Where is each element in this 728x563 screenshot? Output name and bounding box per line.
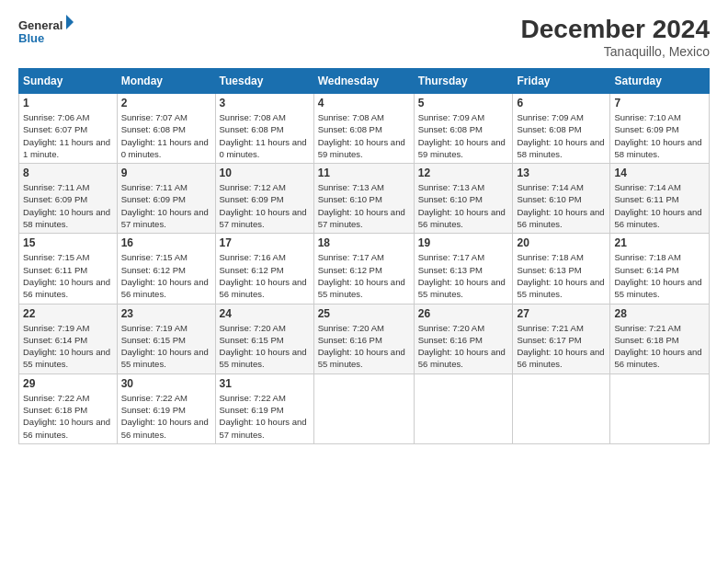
table-row: 24 Sunrise: 7:20 AM Sunset: 6:15 PM Dayl… — [215, 304, 313, 373]
table-row: 29 Sunrise: 7:22 AM Sunset: 6:18 PM Dayl… — [19, 373, 118, 443]
table-row: 27 Sunrise: 7:21 AM Sunset: 6:17 PM Dayl… — [513, 304, 610, 373]
day-number: 4 — [318, 97, 410, 109]
day-number: 11 — [318, 167, 410, 179]
day-number: 20 — [517, 236, 606, 249]
table-row: 20 Sunrise: 7:18 AM Sunset: 6:13 PM Dayl… — [513, 234, 610, 304]
day-number: 27 — [517, 307, 606, 320]
day-info: Sunrise: 7:13 AM Sunset: 6:10 PM Dayligh… — [418, 181, 509, 230]
table-row — [513, 373, 610, 443]
day-info: Sunrise: 7:06 AM Sunset: 6:07 PM Dayligh… — [23, 111, 113, 160]
table-row: 12 Sunrise: 7:13 AM Sunset: 6:10 PM Dayl… — [414, 164, 513, 234]
day-number: 1 — [23, 97, 113, 109]
day-info: Sunrise: 7:11 AM Sunset: 6:09 PM Dayligh… — [121, 181, 211, 230]
day-number: 25 — [318, 307, 410, 320]
day-info: Sunrise: 7:09 AM Sunset: 6:08 PM Dayligh… — [418, 111, 509, 160]
day-number: 29 — [23, 377, 113, 390]
day-number: 24 — [220, 307, 310, 320]
day-number: 16 — [121, 236, 211, 249]
day-number: 17 — [220, 236, 310, 249]
day-number: 2 — [121, 97, 211, 109]
table-row: 3 Sunrise: 7:08 AM Sunset: 6:08 PM Dayli… — [215, 94, 313, 164]
calendar-week-row: 15 Sunrise: 7:15 AM Sunset: 6:11 PM Dayl… — [19, 234, 710, 304]
table-row — [610, 373, 710, 443]
day-info: Sunrise: 7:17 AM Sunset: 6:13 PM Dayligh… — [418, 251, 509, 300]
calendar-table: Sunday Monday Tuesday Wednesday Thursday… — [18, 68, 710, 444]
day-number: 13 — [517, 167, 606, 179]
calendar-week-row: 1 Sunrise: 7:06 AM Sunset: 6:07 PM Dayli… — [19, 94, 710, 164]
table-row: 13 Sunrise: 7:14 AM Sunset: 6:10 PM Dayl… — [513, 164, 610, 234]
table-row: 7 Sunrise: 7:10 AM Sunset: 6:09 PM Dayli… — [610, 94, 710, 164]
day-info: Sunrise: 7:20 AM Sunset: 6:16 PM Dayligh… — [418, 322, 509, 371]
day-info: Sunrise: 7:13 AM Sunset: 6:10 PM Dayligh… — [318, 181, 410, 230]
col-saturday: Saturday — [610, 69, 710, 94]
calendar-week-row: 22 Sunrise: 7:19 AM Sunset: 6:14 PM Dayl… — [19, 304, 710, 373]
table-row: 10 Sunrise: 7:12 AM Sunset: 6:09 PM Dayl… — [215, 164, 313, 234]
calendar-week-row: 8 Sunrise: 7:11 AM Sunset: 6:09 PM Dayli… — [19, 164, 710, 234]
day-number: 8 — [23, 167, 113, 179]
title-block: December 2024 Tanaquillo, Mexico — [521, 15, 710, 59]
table-row — [313, 373, 414, 443]
day-number: 30 — [121, 377, 211, 390]
day-info: Sunrise: 7:22 AM Sunset: 6:18 PM Dayligh… — [23, 392, 113, 441]
table-row: 26 Sunrise: 7:20 AM Sunset: 6:16 PM Dayl… — [414, 304, 513, 373]
day-number: 26 — [418, 307, 509, 320]
table-row: 17 Sunrise: 7:16 AM Sunset: 6:12 PM Dayl… — [215, 234, 313, 304]
table-row: 31 Sunrise: 7:22 AM Sunset: 6:19 PM Dayl… — [215, 373, 313, 443]
day-info: Sunrise: 7:14 AM Sunset: 6:11 PM Dayligh… — [614, 181, 705, 230]
day-number: 3 — [220, 97, 310, 109]
day-info: Sunrise: 7:21 AM Sunset: 6:17 PM Dayligh… — [517, 322, 606, 371]
day-info: Sunrise: 7:08 AM Sunset: 6:08 PM Dayligh… — [220, 111, 310, 160]
day-info: Sunrise: 7:22 AM Sunset: 6:19 PM Dayligh… — [121, 392, 211, 441]
day-info: Sunrise: 7:07 AM Sunset: 6:08 PM Dayligh… — [121, 111, 211, 160]
col-friday: Friday — [513, 69, 610, 94]
table-row: 23 Sunrise: 7:19 AM Sunset: 6:15 PM Dayl… — [117, 304, 215, 373]
day-info: Sunrise: 7:09 AM Sunset: 6:08 PM Dayligh… — [517, 111, 606, 160]
table-row: 14 Sunrise: 7:14 AM Sunset: 6:11 PM Dayl… — [610, 164, 710, 234]
day-info: Sunrise: 7:22 AM Sunset: 6:19 PM Dayligh… — [220, 392, 310, 441]
day-number: 7 — [614, 97, 705, 109]
col-monday: Monday — [117, 69, 215, 94]
day-number: 15 — [23, 236, 113, 249]
table-row: 11 Sunrise: 7:13 AM Sunset: 6:10 PM Dayl… — [313, 164, 414, 234]
day-info: Sunrise: 7:08 AM Sunset: 6:08 PM Dayligh… — [318, 111, 410, 160]
day-info: Sunrise: 7:10 AM Sunset: 6:09 PM Dayligh… — [614, 111, 705, 160]
table-row: 25 Sunrise: 7:20 AM Sunset: 6:16 PM Dayl… — [313, 304, 414, 373]
logo: General Blue — [18, 15, 74, 52]
svg-text:General: General — [18, 18, 63, 32]
table-row: 9 Sunrise: 7:11 AM Sunset: 6:09 PM Dayli… — [117, 164, 215, 234]
day-number: 5 — [418, 97, 509, 109]
table-row: 2 Sunrise: 7:07 AM Sunset: 6:08 PM Dayli… — [117, 94, 215, 164]
table-row: 18 Sunrise: 7:17 AM Sunset: 6:12 PM Dayl… — [313, 234, 414, 304]
day-number: 28 — [614, 307, 705, 320]
day-number: 10 — [220, 167, 310, 179]
location-title: Tanaquillo, Mexico — [521, 44, 710, 59]
day-info: Sunrise: 7:11 AM Sunset: 6:09 PM Dayligh… — [23, 181, 113, 230]
table-row: 5 Sunrise: 7:09 AM Sunset: 6:08 PM Dayli… — [414, 94, 513, 164]
day-info: Sunrise: 7:21 AM Sunset: 6:18 PM Dayligh… — [614, 322, 705, 371]
day-info: Sunrise: 7:15 AM Sunset: 6:11 PM Dayligh… — [23, 251, 113, 300]
day-number: 22 — [23, 307, 113, 320]
day-info: Sunrise: 7:20 AM Sunset: 6:15 PM Dayligh… — [220, 322, 310, 371]
col-thursday: Thursday — [414, 69, 513, 94]
day-number: 18 — [318, 236, 410, 249]
svg-text:Blue: Blue — [18, 31, 44, 45]
day-info: Sunrise: 7:18 AM Sunset: 6:14 PM Dayligh… — [614, 251, 705, 300]
calendar-week-row: 29 Sunrise: 7:22 AM Sunset: 6:18 PM Dayl… — [19, 373, 710, 443]
page: General Blue December 2024 Tanaquillo, M… — [0, 0, 728, 563]
day-number: 31 — [220, 377, 310, 390]
day-info: Sunrise: 7:20 AM Sunset: 6:16 PM Dayligh… — [318, 322, 410, 371]
table-row: 21 Sunrise: 7:18 AM Sunset: 6:14 PM Dayl… — [610, 234, 710, 304]
day-number: 12 — [418, 167, 509, 179]
day-info: Sunrise: 7:16 AM Sunset: 6:12 PM Dayligh… — [220, 251, 310, 300]
day-info: Sunrise: 7:12 AM Sunset: 6:09 PM Dayligh… — [220, 181, 310, 230]
table-row: 4 Sunrise: 7:08 AM Sunset: 6:08 PM Dayli… — [313, 94, 414, 164]
day-number: 9 — [121, 167, 211, 179]
day-info: Sunrise: 7:18 AM Sunset: 6:13 PM Dayligh… — [517, 251, 606, 300]
day-number: 6 — [517, 97, 606, 109]
day-number: 19 — [418, 236, 509, 249]
table-row: 22 Sunrise: 7:19 AM Sunset: 6:14 PM Dayl… — [19, 304, 118, 373]
col-sunday: Sunday — [19, 69, 118, 94]
calendar-header-row: Sunday Monday Tuesday Wednesday Thursday… — [19, 69, 710, 94]
table-row: 28 Sunrise: 7:21 AM Sunset: 6:18 PM Dayl… — [610, 304, 710, 373]
logo-svg: General Blue — [18, 15, 74, 52]
